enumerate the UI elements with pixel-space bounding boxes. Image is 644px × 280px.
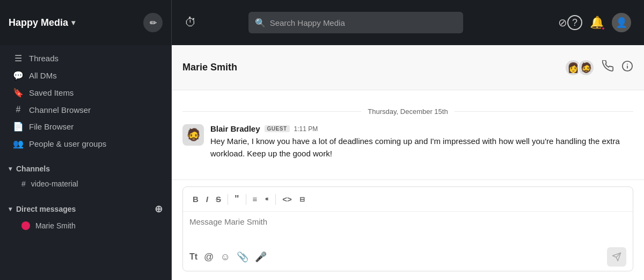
dm-chevron-icon: ▾ bbox=[9, 205, 12, 213]
saved-items-label: Saved Items bbox=[29, 88, 74, 97]
message-item: 🧔 Blair Bradley GUEST 1:11 PM Hey Marie,… bbox=[182, 124, 633, 160]
sidebar: ☰ Threads 💬 All DMs 🔖 Saved Items # Chan… bbox=[0, 45, 172, 280]
channel-label: video-material bbox=[31, 180, 78, 188]
workspace-title: Happy Media bbox=[9, 17, 68, 28]
info-button[interactable] bbox=[621, 60, 633, 75]
people-icon: 👥 bbox=[13, 139, 24, 149]
message-header: Blair Bradley GUEST 1:11 PM bbox=[210, 124, 633, 133]
channels-chevron-icon: ▾ bbox=[9, 165, 12, 173]
sidebar-item-channel-browser[interactable]: # Channel Browser bbox=[4, 102, 167, 118]
message-text: Hey Marie, I know you have a lot of dead… bbox=[210, 135, 633, 160]
audio-button[interactable]: 🎤 bbox=[255, 251, 267, 263]
code-button[interactable]: <> bbox=[279, 192, 295, 206]
top-bar-right: ⏱ 🔍 ⊘ ? 🔔 👤 bbox=[172, 12, 644, 33]
quote-button[interactable]: " bbox=[231, 191, 243, 207]
people-label: People & user groups bbox=[29, 139, 106, 148]
channel-hash-icon: # bbox=[21, 180, 26, 188]
unordered-list-button[interactable]: ⁌ bbox=[261, 192, 272, 206]
send-icon bbox=[612, 252, 621, 262]
all-dms-label: All DMs bbox=[29, 71, 57, 80]
dm-section: ▾ Direct messages ⊕ Marie Smith bbox=[0, 200, 171, 233]
compose-input[interactable] bbox=[183, 212, 633, 241]
mention-button[interactable]: @ bbox=[204, 252, 214, 263]
attach-button[interactable]: 📎 bbox=[237, 251, 248, 263]
toolbar-separator-1 bbox=[228, 194, 228, 205]
emoji-button[interactable]: ☺ bbox=[220, 252, 230, 263]
help-button[interactable]: ⊘ ? bbox=[558, 15, 582, 30]
avatar-group[interactable]: 👩 🧔 bbox=[565, 59, 595, 76]
top-bar: Happy Media ▾ ✏ ⏱ 🔍 ⊘ ? 🔔 👤 bbox=[0, 0, 644, 45]
bold-button[interactable]: B bbox=[189, 192, 202, 206]
ordered-list-button[interactable]: ≡ bbox=[250, 192, 261, 206]
search-box[interactable]: 🔍 bbox=[248, 12, 463, 33]
info-icon bbox=[621, 60, 633, 72]
strikethrough-button[interactable]: S bbox=[213, 192, 224, 206]
compose-actions: Tt @ ☺ 📎 🎤 bbox=[183, 243, 633, 271]
workspace-name[interactable]: Happy Media ▾ bbox=[9, 17, 75, 28]
dm-section-header[interactable]: ▾ Direct messages ⊕ bbox=[0, 200, 171, 218]
dm-item-marie[interactable]: Marie Smith bbox=[4, 219, 167, 233]
chat-header: Marie Smith 👩 🧔 bbox=[172, 45, 644, 90]
message-time: 1:11 PM bbox=[294, 125, 318, 133]
message-author: Blair Bradley bbox=[210, 124, 260, 133]
channels-section-header[interactable]: ▾ Channels bbox=[0, 161, 171, 176]
search-input[interactable] bbox=[270, 18, 457, 27]
help-icon: ⊘ bbox=[558, 16, 567, 29]
sidebar-item-threads[interactable]: ☰ Threads bbox=[4, 50, 167, 67]
channels-section: ▾ Channels # video-material bbox=[0, 161, 171, 191]
compose-area: B I S " ≡ ⁌ <> ⊟ Tt @ ☺ 📎 bbox=[172, 180, 644, 280]
top-bar-actions: ⊘ ? 🔔 👤 bbox=[558, 13, 631, 32]
compose-box: B I S " ≡ ⁌ <> ⊟ Tt @ ☺ 📎 bbox=[182, 186, 633, 271]
history-icon: ⏱ bbox=[185, 16, 196, 30]
channels-section-label: Channels bbox=[16, 164, 50, 173]
block-code-button[interactable]: ⊟ bbox=[296, 193, 308, 205]
message-avatar: 🧔 bbox=[182, 124, 204, 146]
threads-label: Threads bbox=[29, 54, 58, 63]
toolbar-separator-2 bbox=[246, 194, 246, 205]
dm-label: Marie Smith bbox=[35, 221, 76, 230]
date-divider: Thursday, December 15th bbox=[182, 107, 633, 116]
channel-browser-icon: # bbox=[13, 105, 24, 114]
sidebar-item-people[interactable]: 👥 People & user groups bbox=[4, 135, 167, 152]
sidebar-nav: ☰ Threads 💬 All DMs 🔖 Saved Items # Chan… bbox=[0, 45, 171, 157]
chat-title: Marie Smith bbox=[182, 62, 237, 73]
sidebar-item-all-dms[interactable]: 💬 All DMs bbox=[4, 67, 167, 84]
file-browser-icon: 📄 bbox=[13, 121, 24, 132]
dm-section-label: Direct messages bbox=[16, 205, 76, 213]
avatar-2: 🧔 bbox=[577, 59, 595, 76]
avatar-image: 👤 bbox=[616, 17, 627, 28]
search-icon: 🔍 bbox=[255, 18, 266, 28]
dm-add-button[interactable]: ⊕ bbox=[155, 203, 163, 215]
message-content: Blair Bradley GUEST 1:11 PM Hey Marie, I… bbox=[210, 124, 633, 160]
date-divider-text: Thursday, December 15th bbox=[368, 107, 448, 116]
phone-button[interactable] bbox=[602, 60, 614, 75]
guest-badge: GUEST bbox=[265, 125, 290, 132]
toolbar-separator-3 bbox=[275, 194, 276, 205]
sidebar-item-file-browser[interactable]: 📄 File Browser bbox=[4, 118, 167, 135]
channel-browser-label: Channel Browser bbox=[29, 105, 91, 114]
sidebar-item-saved-items[interactable]: 🔖 Saved Items bbox=[4, 84, 167, 101]
send-button[interactable] bbox=[607, 247, 626, 267]
edit-icon: ✏ bbox=[150, 18, 157, 28]
history-button[interactable]: ⏱ bbox=[185, 16, 196, 30]
edit-button[interactable]: ✏ bbox=[143, 13, 163, 32]
messages-area: Thursday, December 15th 🧔 Blair Bradley … bbox=[172, 90, 644, 180]
main-content: ☰ Threads 💬 All DMs 🔖 Saved Items # Chan… bbox=[0, 45, 644, 280]
file-browser-label: File Browser bbox=[29, 122, 74, 131]
notifications-button[interactable]: 🔔 bbox=[590, 16, 604, 30]
user-avatar[interactable]: 👤 bbox=[612, 13, 631, 32]
chat-area: Marie Smith 👩 🧔 bbox=[172, 45, 644, 280]
workspace-chevron: ▾ bbox=[71, 18, 75, 27]
dm-avatar bbox=[21, 221, 30, 230]
top-bar-left: Happy Media ▾ ✏ bbox=[0, 0, 172, 45]
phone-icon bbox=[602, 60, 614, 72]
text-format-button[interactable]: Tt bbox=[189, 252, 197, 262]
threads-icon: ☰ bbox=[13, 53, 24, 63]
italic-button[interactable]: I bbox=[203, 192, 211, 206]
compose-toolbar: B I S " ≡ ⁌ <> ⊟ bbox=[183, 187, 633, 212]
saved-items-icon: 🔖 bbox=[13, 88, 24, 98]
help-circle: ? bbox=[567, 15, 582, 30]
notification-dot bbox=[601, 26, 605, 31]
chat-header-right: 👩 🧔 bbox=[565, 59, 633, 76]
channel-item-video-material[interactable]: # video-material bbox=[4, 177, 167, 191]
